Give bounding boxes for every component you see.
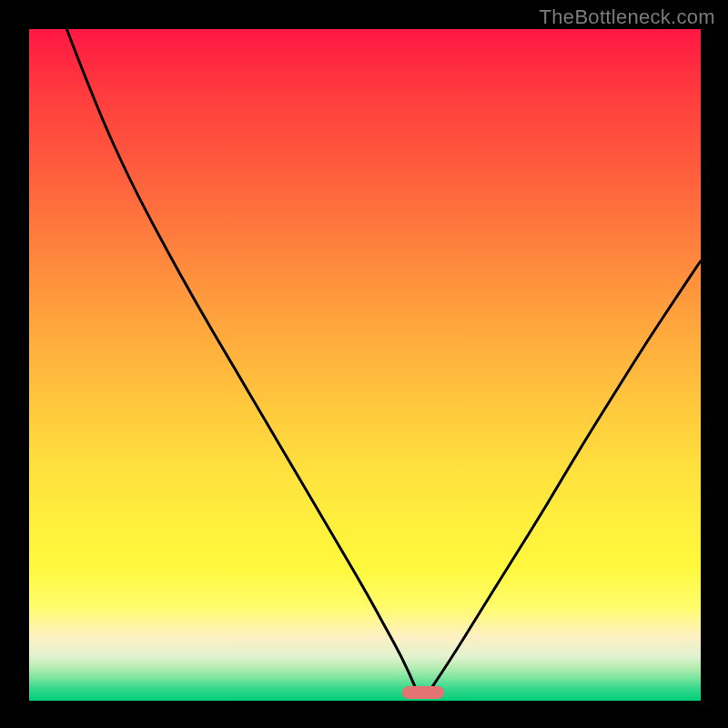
optimal-marker	[402, 686, 444, 699]
curve-layer	[29, 29, 701, 701]
bottleneck-curve-left	[66, 29, 415, 687]
plot-area	[29, 29, 701, 701]
chart-frame: TheBottleneck.com	[0, 0, 728, 728]
bottleneck-curve-right	[432, 261, 701, 688]
watermark-text: TheBottleneck.com	[540, 5, 715, 29]
